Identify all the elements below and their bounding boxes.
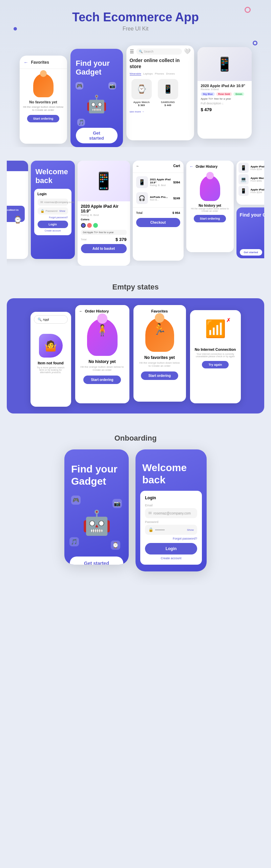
onboard-password-field[interactable]: 🔒 •••••••• Show <box>145 525 197 535</box>
no-internet-text: No Internet Connection <box>190 347 241 351</box>
onboard-create-account[interactable]: Create account <box>145 557 197 560</box>
add-basket-button[interactable]: Add to basket <box>81 244 127 253</box>
cart-back-arrow[interactable]: ← <box>136 164 140 168</box>
fav-start-button[interactable]: Start ordering <box>27 115 60 122</box>
search-icon: 🔍 <box>139 50 143 53</box>
tab-drones[interactable]: Drones <box>166 72 175 76</box>
checkout-button[interactable]: Checkout <box>136 218 180 227</box>
onboard-password-value: •••••••• <box>155 528 165 532</box>
heart-icon[interactable]: 🤍 <box>184 48 191 55</box>
catalog-item-0[interactable]: 📱 Apple iPad Air From $294 <box>238 163 265 173</box>
find-gadget-card: Find your Gadget 🤖 🎮 📷 🎵 Get started <box>70 49 123 147</box>
email-icon: ✉ <box>40 200 43 204</box>
order-hist-empty-sub: Hit the orange button down below to Crea… <box>75 364 129 373</box>
tab-phones[interactable]: Phones <box>155 72 164 76</box>
see-more-link[interactable]: see more → <box>126 109 194 115</box>
sidebar-order-preview: Order online collect in store ⌚ Apple Wa… <box>7 206 25 222</box>
fav-empty-sub-lg: Hit the orange button down below to Crea… <box>133 360 186 369</box>
apple-tv-promo: Apple TV+ free for a year <box>201 97 248 100</box>
empty-states-bg: 🔍 Appl 🤷 Item not found Try a more gener… <box>7 298 264 413</box>
onboard-show-btn[interactable]: Show <box>187 528 194 531</box>
catalog-item-0-name: Apple iPad Air <box>251 165 265 168</box>
apple-watch-name: Apple Watch <box>130 101 153 104</box>
menu-icon[interactable]: ☰ <box>130 49 134 54</box>
not-found-sub: Try a more generic search term or try lo… <box>34 365 68 376</box>
orders-label: My orders <box>7 174 7 177</box>
profile-label: Profile <box>7 165 25 168</box>
login-form-title: Login <box>38 192 68 196</box>
product-screen-image: 📱 <box>78 161 130 201</box>
color-green-dot[interactable] <box>93 223 98 228</box>
product-samsung[interactable]: 📱 SAMSUNG $ 449 <box>156 79 180 107</box>
sidebar-favorites[interactable]: Favorites <box>7 179 28 187</box>
right-screens: 📱 Apple iPad Air From $294 💻 Apple MacBo… <box>236 161 265 258</box>
tab-wearable[interactable]: Wearable <box>130 72 141 76</box>
empty-states-section: Emtpy states 🔍 Appl 🤷 Item not found Try… <box>0 272 271 424</box>
fav-title: Favorites <box>31 60 49 65</box>
sidebar-watch-emoji: ⌚ <box>14 216 22 224</box>
order-hist-start-btn[interactable]: Start ordering <box>83 376 121 384</box>
sidebar-order-title: Order online collect in store <box>7 208 22 216</box>
wifi-icon: 📶 <box>205 319 226 339</box>
catalog-item-2[interactable]: 📱 Apple iPad From $294 <box>238 186 265 196</box>
sidebar-my-orders[interactable]: My orders <box>7 171 28 179</box>
show-password-btn[interactable]: Show <box>59 210 65 212</box>
search-empty-card: 🔍 Appl 🤷 Item not found Try a more gener… <box>30 312 71 407</box>
sidebar-sign-out[interactable]: Sign out <box>7 225 28 234</box>
shop-card: ☰ 🔍 Search 🤍 Order online collect in sto… <box>126 45 194 140</box>
float-icon-music: 🎵 <box>69 537 79 546</box>
get-started-button[interactable]: Get started <box>76 128 118 143</box>
onboard-email-field[interactable]: ✉ rosemaz@company.com <box>145 508 197 518</box>
onboard-email-label: Email <box>145 504 197 507</box>
cart-item-1-price: $249 <box>173 197 180 200</box>
create-account-link[interactable]: Create account <box>38 229 68 232</box>
order-hist-back[interactable]: ← <box>79 309 83 313</box>
cart-item-0-price: $394 <box>173 181 180 184</box>
onboard-forgot-link[interactable]: Forgot password? <box>145 537 197 540</box>
order-back-arrow[interactable]: ← <box>190 164 194 169</box>
onboard-3d-area: 🎮 📷 🎵 ⌚ 🤖 <box>64 492 129 553</box>
product-apple-watch[interactable]: ⌚ Apple Watch $ 369 <box>130 79 153 107</box>
order-3d-character <box>200 176 220 201</box>
fav-start-btn-lg[interactable]: Start ordering <box>141 371 178 380</box>
cart-item-0-name: 2021 Apple iPad 10.9" <box>150 178 171 184</box>
fav-back-arrow[interactable]: ← <box>24 60 28 65</box>
favorites-empty-card: Favorites 🏃 No favorites yet Hit the ora… <box>133 305 186 402</box>
search-bar-empty[interactable]: 🔍 Appl <box>34 315 68 324</box>
color-rose-dot[interactable] <box>87 223 92 228</box>
login-button[interactable]: Login <box>38 221 68 228</box>
onboarding-row: Find your Gadget 🎮 📷 🎵 ⌚ 🤖 Get started W… <box>7 449 264 571</box>
detail-description: Full description ↓ <box>201 102 248 105</box>
order-empty-sub: Hit the orange button down below to Crea… <box>190 207 230 212</box>
find-gadget-get-started[interactable]: Get started <box>240 249 262 256</box>
welcome-title: Welcome back <box>31 161 75 189</box>
total-label: Total <box>81 238 87 241</box>
hero-phones-row: ← Favorites No favorites yet Hit the ora… <box>7 42 264 147</box>
favorites-card: ← Favorites No favorites yet Hit the ora… <box>20 56 67 144</box>
password-field[interactable]: 🔒 Password Show <box>38 207 68 215</box>
cart-item-0-info: 2021 Apple iPad 10.9" Rating: B. Best <box>150 178 171 186</box>
order-start-button[interactable]: Start ordering <box>194 215 226 222</box>
onboard-login-button[interactable]: Login <box>145 543 197 554</box>
apple-watch-image: ⌚ <box>131 79 152 99</box>
sidebar-settings[interactable]: Settings <box>7 196 28 204</box>
email-value: rosemaz@company.com <box>44 201 74 204</box>
color-blue-dot[interactable] <box>81 223 86 228</box>
catalog-item-1-name: Apple MacBook <box>251 177 265 180</box>
search-input-value[interactable]: Appl <box>43 318 49 321</box>
catalog-item-2-name: Apple iPad <box>251 188 265 191</box>
tab-laptops[interactable]: Laptops <box>143 72 153 76</box>
forgot-password-link[interactable]: Forgot password? <box>38 216 68 219</box>
search-bar[interactable]: 🔍 Search <box>136 48 182 55</box>
no-signal-icon: ✗ <box>226 317 231 323</box>
onboarding-title: Onboarding <box>7 434 264 443</box>
catalog-screen: 📱 Apple iPad Air From $294 💻 Apple MacBo… <box>236 161 265 205</box>
catalog-item-1-info: Apple MacBook From $49s <box>251 177 265 182</box>
onboard-get-started-button[interactable]: Get started <box>70 557 123 565</box>
cart-header: ← Cart <box>133 161 184 171</box>
onboard-password-label: Password <box>145 520 197 524</box>
catalog-item-1[interactable]: 💻 Apple MacBook From $49s <box>238 174 265 184</box>
sidebar-delivery[interactable]: Delivery <box>7 187 28 196</box>
email-field[interactable]: ✉ rosemaz@company.com <box>38 199 68 206</box>
try-again-button[interactable]: Try again <box>202 361 229 368</box>
